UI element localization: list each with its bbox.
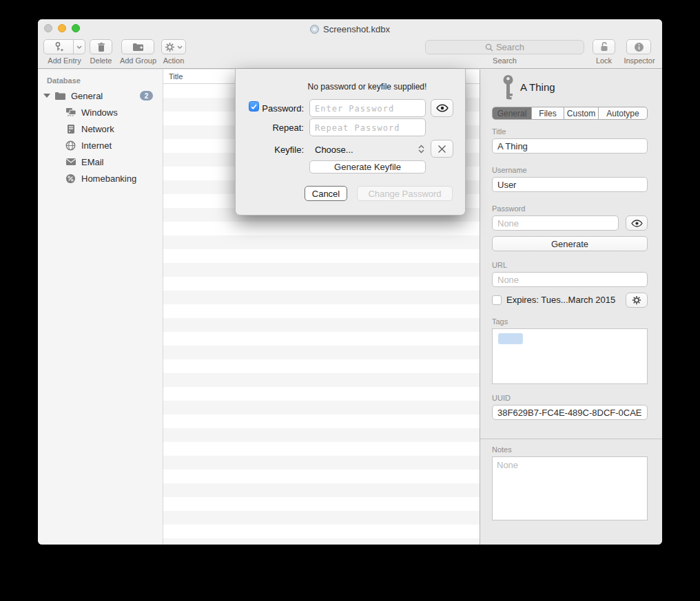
chevron-down-icon[interactable] [74, 45, 85, 49]
key-plus-icon [44, 41, 73, 52]
delete-button[interactable] [90, 39, 112, 54]
sidebar-item-label: Homebanking [81, 173, 136, 184]
globe-icon [65, 140, 76, 151]
sidebar-item-label: Windows [81, 107, 118, 118]
delete-label: Delete [85, 56, 117, 65]
action-button[interactable] [161, 39, 186, 54]
sidebar-item-homebanking[interactable]: Homebanking [38, 170, 163, 187]
uuid-field[interactable] [492, 405, 648, 420]
tag-chip[interactable] [498, 333, 523, 344]
server-icon [65, 124, 76, 134]
clear-keyfile-button[interactable] [431, 140, 453, 158]
percent-circle-icon [65, 173, 76, 184]
tags-box[interactable] [492, 328, 648, 384]
gear-icon [632, 295, 641, 305]
entry-count-badge: 2 [140, 91, 153, 101]
chevron-down-icon [177, 45, 183, 49]
eye-icon [631, 220, 643, 227]
tab-general[interactable]: General [493, 107, 532, 119]
windows-group-icon [65, 107, 76, 117]
uuid-label: UUID [492, 394, 511, 402]
tab-autotype[interactable]: Autotype [599, 107, 647, 119]
username-field[interactable] [492, 177, 648, 192]
dialog-reveal-password-button[interactable] [431, 99, 453, 117]
expires-label: Expires: Tues...March 2015 [506, 295, 615, 305]
password-field[interactable] [492, 215, 619, 231]
envelope-icon [65, 158, 76, 166]
title-bar[interactable]: Screenshot.kdbx [38, 19, 662, 39]
dialog-repeat-label: Repeat: [260, 123, 304, 133]
app-window: Screenshot.kdbx Add Entry Delete Add Gro… [38, 19, 662, 545]
close-x-icon [438, 145, 446, 154]
search-input[interactable]: Search [425, 40, 584, 54]
sidebar-item-label: Network [81, 124, 114, 134]
sidebar-item-label: General [71, 91, 103, 101]
notes-field[interactable] [492, 456, 648, 520]
inspector-tabs: General Files Custom Autotype [492, 107, 648, 120]
change-password-button[interactable]: Change Password [357, 186, 453, 201]
entry-title: A Thing [520, 81, 555, 93]
info-icon [634, 42, 644, 52]
url-field-label: URL [492, 261, 507, 269]
inspector-button[interactable] [626, 39, 651, 54]
sidebar-item-internet[interactable]: Internet [38, 137, 163, 154]
search-placeholder: Search [496, 42, 524, 52]
unlocked-padlock-icon [599, 41, 609, 52]
cancel-button[interactable]: Cancel [305, 186, 347, 201]
add-entry-button[interactable] [43, 39, 85, 54]
lock-button[interactable] [593, 39, 615, 54]
toolbar: Add Entry Delete Add Group Action [38, 39, 662, 69]
sidebar-item-network[interactable]: Network [38, 120, 163, 137]
search-icon [485, 43, 493, 52]
section-divider [480, 439, 662, 439]
gear-icon [165, 42, 175, 52]
expires-settings-button[interactable] [626, 293, 648, 308]
notes-label: Notes [492, 445, 512, 454]
disclosure-triangle-icon[interactable] [43, 94, 50, 98]
title-field[interactable] [492, 138, 648, 154]
trash-icon [96, 42, 106, 52]
sidebar: Database General 2 Windows Network [38, 70, 163, 545]
folder-icon [54, 92, 66, 101]
add-entry-label: Add Entry [43, 56, 85, 65]
dialog-password-label: Password: [260, 103, 304, 114]
sidebar-item-general[interactable]: General 2 [38, 87, 163, 104]
action-label: Action [158, 56, 189, 65]
inspector-label: Inspector [620, 56, 659, 65]
inspector-panel: A Thing General Files Custom Autotype Ti… [480, 70, 662, 545]
sidebar-item-windows[interactable]: Windows [38, 104, 163, 120]
tags-label: Tags [492, 317, 508, 326]
dialog-keyfile-label: Keyfile: [260, 145, 304, 155]
sidebar-header: Database [47, 76, 81, 85]
reveal-password-button[interactable] [626, 215, 648, 231]
url-field[interactable] [492, 272, 648, 287]
dialog-repeat-input[interactable] [309, 118, 426, 136]
change-password-dialog: No password or keyfile supplied! Passwor… [235, 69, 466, 215]
generate-password-button[interactable]: Generate [492, 236, 648, 251]
add-group-label: Add Group [116, 56, 161, 65]
password-checkbox[interactable] [249, 101, 259, 112]
keyfile-dropdown[interactable]: Choose... [315, 145, 353, 155]
sidebar-item-email[interactable]: EMail [38, 154, 163, 170]
stepper-icon[interactable] [417, 140, 426, 157]
window-title: Screenshot.kdbx [323, 24, 390, 34]
lock-label: Lock [583, 56, 625, 65]
checkmark-icon [251, 104, 257, 109]
expires-row: Expires: Tues...March 2015 [492, 295, 615, 305]
eye-icon [436, 104, 449, 112]
tab-files[interactable]: Files [532, 107, 564, 119]
title-field-label: Title [492, 127, 506, 136]
search-label: Search [425, 56, 584, 65]
key-icon [501, 74, 515, 101]
sidebar-item-label: EMail [81, 157, 104, 167]
dialog-password-input[interactable] [309, 99, 426, 117]
password-field-label: Password [492, 204, 525, 213]
dialog-message: No password or keyfile supplied! [277, 82, 457, 92]
expires-checkbox[interactable] [492, 295, 502, 305]
add-group-button[interactable] [121, 39, 154, 54]
folder-plus-icon [132, 42, 144, 52]
tab-custom[interactable]: Custom [564, 107, 599, 119]
username-field-label: Username [492, 166, 527, 174]
generate-keyfile-button[interactable]: Generate Keyfile [309, 160, 426, 173]
document-proxy-icon [310, 25, 319, 34]
